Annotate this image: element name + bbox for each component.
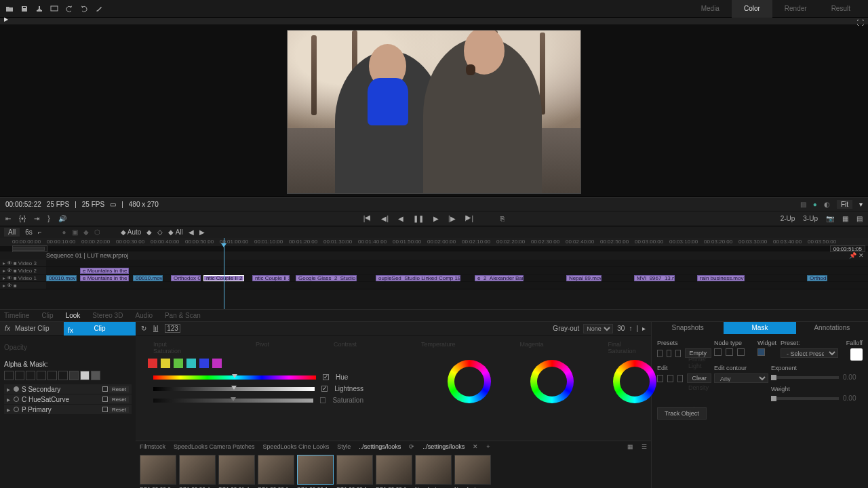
grid-view-icon[interactable]: ▦ [627,443,633,450]
am-slot[interactable] [91,371,100,380]
track-lane[interactable]: 00010.move Mountains in the W00010.movOr… [46,274,868,281]
saturation-checkbox[interactable] [320,397,326,403]
node-enable-icon[interactable] [14,386,19,392]
color-swatch[interactable] [161,359,170,368]
color-swatch[interactable] [212,359,222,368]
panel-tab[interactable]: Clip [41,312,53,319]
layer-node[interactable]: ▸S SecondaryReset [4,384,132,394]
scroll-thumb[interactable] [12,247,45,251]
tool-1-icon[interactable]: ● [62,228,66,236]
nodetype-1-icon[interactable] [714,348,722,356]
clip[interactable]: e Mountains in the W [80,275,129,281]
goto-end-icon[interactable]: ⯈| [465,215,474,222]
clip[interactable]: Orthodox C [171,275,201,281]
node-checkbox[interactable] [102,407,108,412]
next-clip-icon[interactable]: |▶ [448,215,456,222]
lightness-checkbox[interactable] [321,386,328,392]
exponent-slider[interactable] [771,376,839,379]
clip[interactable]: ntic Couple II 2 [252,275,290,281]
node-checkbox[interactable] [102,396,108,402]
color-wheel-gain[interactable] [613,360,656,403]
track-lock-icon[interactable]: ■ [14,268,17,274]
grayout-select[interactable]: None [583,324,613,333]
tab-result[interactable]: Result [819,0,863,18]
tab-render[interactable]: Render [772,0,819,18]
track-eye-icon[interactable]: 👁 [7,275,12,281]
clip[interactable]: 00010.mov [133,275,163,281]
channel-icon[interactable]: ▤ [856,215,863,222]
track-toggle-icon[interactable]: ▸ [3,275,5,281]
playhead[interactable] [224,238,224,309]
cut-icon[interactable]: ⌐ [38,228,42,236]
tool-2-icon[interactable]: ▣ [72,228,78,236]
add-tab-icon[interactable]: + [486,443,490,450]
export-frame-icon[interactable]: ⎘ [500,215,505,222]
reset-button[interactable]: Reset [109,386,129,392]
preset-grad-icon[interactable] [675,350,681,357]
look-item[interactable]: SG1 00-00-12… [297,455,334,488]
look-item[interactable]: SG1 00-00-00… [140,455,176,488]
looks-tab[interactable]: SpeedLooks Cine Looks [263,443,330,450]
kf-all[interactable]: ◆ All [168,228,182,236]
track-eye-icon[interactable]: 👁 [7,260,12,266]
saturation-slider[interactable] [153,399,313,403]
clip[interactable]: Google Glass_2_Studio Lin [296,275,357,281]
track-lock-icon[interactable]: ■ [14,275,17,281]
color-wheel-lift[interactable] [448,360,491,403]
look-item[interactable]: SG1 00-00-19… [376,455,412,488]
reset-button[interactable]: Reset [109,396,129,403]
preset-empty-button[interactable]: Empty [685,348,712,358]
screen-icon[interactable] [50,5,58,13]
arrow-up-icon[interactable]: ↑ [629,325,632,332]
preview-monitor[interactable] [287,30,581,194]
look-item[interactable]: SG1 00-01-44… [218,455,255,488]
widget-button[interactable] [757,348,765,356]
open-icon[interactable] [5,5,14,13]
expand-icon[interactable]: ⛶ [857,19,864,26]
am-slot[interactable] [37,371,46,380]
kf-auto[interactable]: ◆ Auto [121,228,142,236]
histogram-icon[interactable]: lıl [153,325,158,332]
audio-icon[interactable]: 🔊 [58,215,66,222]
layer-node[interactable]: ▸P PrimaryReset [4,405,132,414]
weight-slider[interactable] [771,397,839,400]
am-slot[interactable] [69,371,79,380]
preset-rect-icon[interactable] [667,350,672,357]
layer-node[interactable]: ▸C HueSatCurveReset [4,394,132,404]
track-toggle-icon[interactable]: ▸ [3,268,5,274]
node-enable-icon[interactable] [14,407,19,412]
contour-select[interactable]: Any [714,373,768,383]
zoom-fit[interactable]: Fit [837,200,852,209]
nodetype-2-icon[interactable] [726,348,733,356]
am-slot[interactable] [58,371,68,380]
hue-checkbox[interactable] [323,374,329,380]
am-slot[interactable] [15,371,24,380]
looks-tab[interactable]: SpeedLooks Camera Patches [174,443,255,450]
grid-icon[interactable]: ▦ [842,215,848,222]
clip[interactable]: oupleSed_Studio Linked Comp 18.mo [376,275,460,281]
falloff-swatch[interactable] [850,348,863,361]
close-icon[interactable]: ✕ [473,443,478,450]
tool-3-icon[interactable]: ◆ [83,228,89,236]
edit-arrow-icon[interactable] [657,375,663,382]
track-object-button[interactable]: Track Object [657,407,707,420]
clip[interactable]: e Mountains in the W [80,268,129,274]
kf-next-icon[interactable]: ▶ [199,228,205,236]
kf-prev-icon[interactable]: ◀ [189,228,194,236]
clip[interactable]: MVI_8967_13.mov [634,275,675,281]
clip[interactable]: rain business.mov [697,275,745,281]
look-item[interactable]: SG1 00-00-45… [179,455,216,488]
play-icon[interactable]: ▶ [433,215,439,222]
track-lane[interactable] [46,260,868,266]
panel-tab[interactable]: Pan & Scan [165,312,201,319]
step-back-icon[interactable]: ◀ [398,215,403,222]
master-clip-tab[interactable]: Master Clip [15,325,64,332]
nodetype-3-icon[interactable] [737,348,745,356]
redo-icon[interactable] [80,5,88,13]
am-slot[interactable] [47,371,57,380]
track-toggle-icon[interactable]: ▸ [3,260,5,266]
clear-button[interactable]: Clear [687,373,711,383]
edit-add-icon[interactable] [677,375,684,382]
tab-mask[interactable]: Mask [724,322,795,334]
split-icon[interactable]: ◐ [824,201,830,208]
